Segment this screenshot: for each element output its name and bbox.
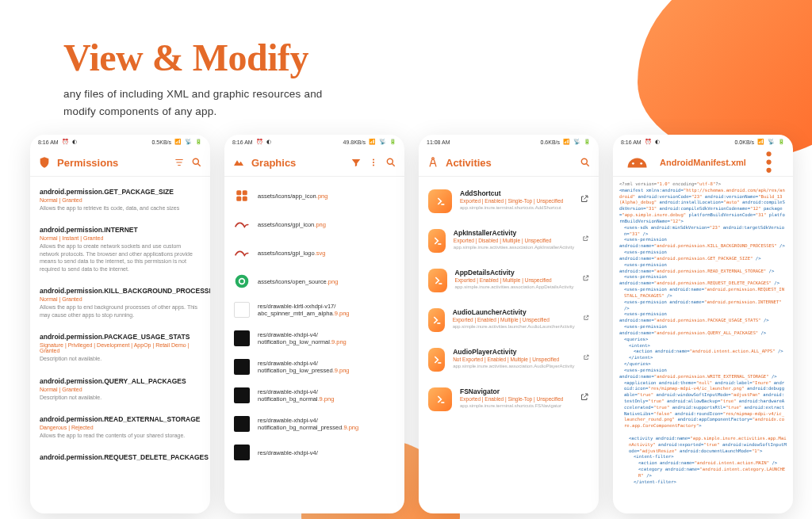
graphics-item[interactable]: assets/icons/gpl_icon.png xyxy=(224,210,404,239)
filter-icon[interactable] xyxy=(350,157,362,168)
graphics-filename: assets/icons/open_source.png xyxy=(258,278,338,285)
xml-line: <uses-permission xyxy=(619,250,787,256)
status-bar: 11:08 AM 0.6KB/s📶📡🔋 xyxy=(419,135,599,149)
signal-icon: 📶 xyxy=(174,139,182,145)
app-bar: Graphics xyxy=(224,149,404,176)
graphics-item[interactable]: res/drawable-xhdpi-v4/ notification_bg_n… xyxy=(224,381,404,410)
graphics-item[interactable]: res/drawable-ldrtl-xxhdpi-v17/ abc_spinn… xyxy=(224,296,404,324)
screen-title: AndroidManifest.xml xyxy=(660,158,746,167)
page-title: View & Modify xyxy=(63,36,323,79)
graphics-filename: res/drawable-xhdpi-v4/ notification_bg_l… xyxy=(258,360,395,374)
sort-icon[interactable] xyxy=(174,157,185,168)
activity-title: AudioLauncherActivity xyxy=(453,308,575,316)
launch-icon[interactable] xyxy=(583,353,589,362)
activity-title: ApkInstallerActivity xyxy=(454,229,574,237)
launch-icon[interactable] xyxy=(582,234,589,243)
activity-item[interactable]: AppDetailsActivity Exported | Enabled | … xyxy=(419,261,599,300)
launch-icon[interactable] xyxy=(580,392,589,402)
alarm-icon: ⏰ xyxy=(62,139,69,145)
permission-item[interactable]: android.permission.KILL_BACKGROUND_PROCE… xyxy=(30,280,210,326)
app-bar: Activities xyxy=(419,149,599,176)
graphics-item[interactable]: assets/icons/open_source.png xyxy=(224,267,404,296)
launch-icon[interactable] xyxy=(582,273,589,283)
activity-status: Not Exported | Enabled | Multiple | Unsp… xyxy=(453,357,574,363)
svg-line-9 xyxy=(392,163,394,166)
permission-item[interactable]: android.permission.QUERY_ALL_PACKAGESNor… xyxy=(30,371,210,409)
svg-point-29 xyxy=(766,160,771,165)
graphics-filename: res/drawable-xhdpi-v4/ notification_bg_l… xyxy=(258,331,395,345)
menu-icon[interactable] xyxy=(753,146,785,178)
battery-icon: 🔋 xyxy=(195,139,202,145)
launch-icon[interactable] xyxy=(580,194,589,204)
permission-desc: Description not available. xyxy=(40,355,201,362)
permission-item[interactable]: android.permission.READ_EXTERNAL_STORAGE… xyxy=(30,409,210,447)
activity-app-icon xyxy=(428,189,452,213)
xml-viewer[interactable]: <?xml version="1.0" encoding="utf-8"?><m… xyxy=(613,177,793,490)
status-bar: 8:16 AM⏰◐ 49.8KB/s📶📡🔋 xyxy=(224,135,404,149)
permission-item[interactable]: android.permission.PACKAGE_USAGE_STATSSi… xyxy=(30,326,210,370)
graphics-item[interactable]: res/drawable-xhdpi-v4/ notification_bg_l… xyxy=(224,324,404,353)
xml-line: </queries> xyxy=(619,361,787,368)
svg-rect-12 xyxy=(236,197,241,201)
wifi-icon: 📡 xyxy=(768,139,775,145)
search-icon[interactable] xyxy=(191,157,202,168)
graphics-item[interactable]: assets/icons/gpl_logo.svg xyxy=(224,239,404,267)
xml-line: <uses-permission xyxy=(619,237,787,243)
activity-item[interactable]: ApkInstallerActivity Exported | Disabled… xyxy=(419,221,599,261)
permission-desc: Allows the app to end background process… xyxy=(40,303,201,319)
phone-manifest: 8:16 AM⏰◐ 0.0KB/s📶📡🔋 AndroidManifest.xml… xyxy=(613,135,793,513)
thumbnail-icon xyxy=(234,445,250,460)
svg-point-26 xyxy=(632,162,634,165)
permission-status: Signature | Privileged | Development | A… xyxy=(40,342,201,353)
activities-list[interactable]: AddShortcut Exported | Enabled | Single-… xyxy=(419,177,599,513)
battery-icon: 🔋 xyxy=(584,139,591,145)
search-icon[interactable] xyxy=(385,157,396,168)
thumbnail-icon xyxy=(234,188,250,204)
launch-icon[interactable] xyxy=(583,313,589,322)
svg-point-16 xyxy=(240,280,244,284)
xml-line: <intent-filter> xyxy=(619,454,787,460)
activity-status: Exported | Enabled | Single-Top | Unspec… xyxy=(460,396,572,403)
activity-status: Exported | Enabled | Multiple | Unspecif… xyxy=(453,317,575,323)
page-subtitle: any files of including XML and graphic r… xyxy=(63,86,323,120)
activity-status: Exported | Enabled | Multiple | Unspecif… xyxy=(455,277,574,284)
xml-line: <manifest xmlns:android="http://schemas.… xyxy=(619,188,787,225)
phone-graphics: 8:16 AM⏰◐ 49.8KB/s📶📡🔋 Graphics assets/ic… xyxy=(224,135,404,513)
svg-point-5 xyxy=(373,158,374,160)
heading-block: View & Modify any files of including XML… xyxy=(63,36,323,120)
permission-item[interactable]: android.permission.GET_PACKAGE_SIZENorma… xyxy=(30,181,210,219)
activity-app-icon xyxy=(428,387,452,411)
permission-list[interactable]: android.permission.GET_PACKAGE_SIZENorma… xyxy=(30,177,210,513)
thumbnail-icon xyxy=(234,416,250,432)
graphics-item[interactable]: res/drawable-xhdpi-v4/ xyxy=(224,438,404,467)
activity-item[interactable]: AddShortcut Exported | Enabled | Single-… xyxy=(419,181,599,221)
graphics-list[interactable]: assets/icons/app_icon.png assets/icons/g… xyxy=(224,177,404,513)
graphics-item[interactable]: res/drawable-xhdpi-v4/ notification_bg_l… xyxy=(224,353,404,381)
activity-path: app.simple.inure.activities.association.… xyxy=(455,284,574,291)
xml-line: <action android:name="android.intent.act… xyxy=(619,349,787,355)
permission-desc: Allows the app to read the contents of y… xyxy=(40,432,201,439)
signal-icon: 📶 xyxy=(757,139,764,145)
permission-item[interactable]: android.permission.REQUEST_DELETE_PACKAG… xyxy=(30,447,210,469)
permission-item[interactable]: android.permission.INTERNETNormal | Inst… xyxy=(30,219,210,280)
shield-icon xyxy=(38,156,51,169)
screen-title: Permissions xyxy=(57,157,167,169)
graphics-filename: res/drawable-xhdpi-v4/ notification_bg_n… xyxy=(258,388,395,403)
activity-title: FSNavigator xyxy=(460,387,572,395)
search-icon[interactable] xyxy=(580,157,591,168)
xml-line: <uses-permission xyxy=(619,311,787,318)
activity-item[interactable]: FSNavigator Exported | Enabled | Single-… xyxy=(419,380,599,419)
thumbnail-icon xyxy=(234,216,250,232)
menu-icon[interactable] xyxy=(368,157,379,168)
graphics-item[interactable]: assets/icons/app_icon.png xyxy=(224,181,404,210)
activity-title: AudioPlayerActivity xyxy=(453,348,574,356)
svg-rect-13 xyxy=(243,197,247,201)
activity-item[interactable]: AudioLauncherActivity Exported | Enabled… xyxy=(419,300,599,340)
activity-item[interactable]: AudioPlayerActivity Not Exported | Enabl… xyxy=(419,340,599,380)
permission-status: Dangerous | Rejected xyxy=(40,425,201,430)
activity-title: AppDetailsActivity xyxy=(455,269,574,277)
thumbnail-icon xyxy=(234,359,250,375)
graphics-item[interactable]: res/drawable-xhdpi-v4/ notification_bg_n… xyxy=(224,410,404,438)
xml-line: android:name="android.permission.GET_PAC… xyxy=(619,256,787,262)
xml-line: </intent-filter> xyxy=(619,479,787,486)
